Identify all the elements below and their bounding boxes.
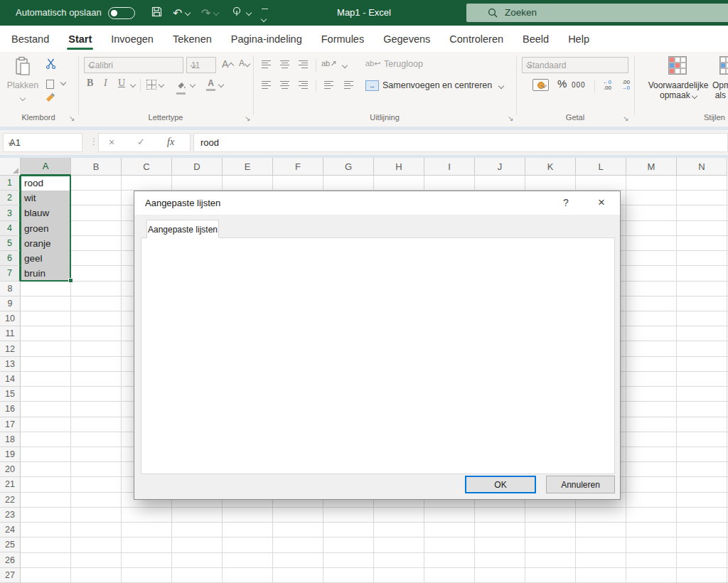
- row-header-17[interactable]: 17: [0, 417, 21, 432]
- format-as-table-icon[interactable]: [719, 56, 728, 75]
- column-header-F[interactable]: F: [273, 158, 323, 176]
- row-header-21[interactable]: 21: [0, 477, 21, 492]
- tab-bestand[interactable]: Bestand: [11, 26, 49, 52]
- font-name-select[interactable]: Calibri: [84, 57, 183, 73]
- align-left-icon[interactable]: [262, 81, 271, 89]
- row-header-7[interactable]: 7: [0, 266, 21, 281]
- column-header-L[interactable]: L: [576, 158, 626, 176]
- select-all-button[interactable]: [0, 158, 21, 176]
- column-header-J[interactable]: J: [475, 158, 525, 176]
- row-header-4[interactable]: 4: [0, 221, 21, 236]
- merge-center-icon[interactable]: ↔: [365, 80, 379, 91]
- underline-dropdown-icon[interactable]: [130, 82, 136, 87]
- insert-function-icon[interactable]: fx: [167, 137, 174, 148]
- cell-A3[interactable]: blauw: [21, 205, 70, 220]
- align-right-icon[interactable]: [299, 81, 308, 89]
- tab-help[interactable]: Help: [568, 26, 589, 52]
- cancel-button[interactable]: Annuleren: [546, 476, 615, 493]
- row-header-13[interactable]: 13: [0, 357, 21, 372]
- comma-style-button[interactable]: 000: [572, 81, 586, 89]
- decrease-decimal-icon[interactable]: .00→0: [617, 80, 630, 91]
- row-header-22[interactable]: 22: [0, 493, 21, 508]
- column-header-E[interactable]: E: [223, 158, 273, 176]
- column-header-G[interactable]: G: [323, 158, 374, 176]
- tab-aangepaste-lijsten[interactable]: Aangepaste lijsten: [146, 220, 219, 238]
- tab-tekenen[interactable]: Tekenen: [173, 26, 212, 52]
- tab-gegevens[interactable]: Gegevens: [383, 26, 430, 52]
- increase-indent-icon[interactable]: [344, 81, 353, 89]
- row-header-10[interactable]: 10: [0, 311, 21, 326]
- tab-controleren[interactable]: Controleren: [449, 26, 503, 52]
- row-header-18[interactable]: 18: [0, 432, 21, 447]
- row-header-20[interactable]: 20: [0, 462, 21, 477]
- column-header-M[interactable]: M: [626, 158, 677, 176]
- decrease-indent-icon[interactable]: [324, 81, 333, 89]
- row-header-12[interactable]: 12: [0, 341, 21, 356]
- italic-button[interactable]: I: [104, 77, 107, 89]
- row-header-2[interactable]: 2: [0, 191, 21, 205]
- alignment-dialog-launcher-icon[interactable]: ↘: [508, 114, 513, 122]
- wrap-text-label[interactable]: Terugloop: [384, 59, 423, 69]
- decrease-font-size-icon[interactable]: A: [239, 58, 250, 68]
- increase-font-size-icon[interactable]: A: [222, 58, 233, 70]
- merge-center-dropdown-icon[interactable]: [498, 83, 504, 89]
- row-header-6[interactable]: 6: [0, 251, 21, 266]
- font-color-icon[interactable]: A: [206, 78, 215, 91]
- column-header-B[interactable]: B: [71, 158, 122, 176]
- merge-center-label[interactable]: Samenvoegen en centreren: [382, 80, 492, 90]
- format-as-table-label[interactable]: Opmaken als tabel: [710, 80, 728, 100]
- underline-button[interactable]: U: [118, 77, 125, 89]
- row-header-24[interactable]: 24: [0, 523, 21, 537]
- orientation-dropdown-icon[interactable]: [342, 63, 348, 68]
- number-format-select[interactable]: Standaard: [522, 57, 628, 73]
- row-header-27[interactable]: 27: [0, 568, 21, 583]
- confirm-entry-icon[interactable]: ✓: [137, 137, 145, 147]
- row-header-5[interactable]: 5: [0, 236, 21, 251]
- close-icon[interactable]: ×: [598, 196, 605, 210]
- borders-dropdown-icon[interactable]: [159, 82, 164, 87]
- cell-A4[interactable]: groen: [21, 221, 70, 236]
- formula-input[interactable]: rood: [193, 133, 728, 152]
- conditional-formatting-icon[interactable]: [668, 56, 687, 75]
- increase-decimal-icon[interactable]: ←0.00: [599, 80, 611, 91]
- column-header-K[interactable]: K: [525, 158, 576, 176]
- cell-A2[interactable]: wit: [21, 191, 70, 205]
- tab-pagina-indeling[interactable]: Pagina-indeling: [231, 26, 302, 52]
- help-icon[interactable]: ?: [563, 197, 569, 208]
- font-size-select[interactable]: 11: [186, 57, 216, 73]
- fill-handle[interactable]: [68, 278, 73, 283]
- row-header-11[interactable]: 11: [0, 326, 21, 341]
- cell-A1[interactable]: rood: [21, 176, 70, 191]
- font-color-dropdown-icon[interactable]: [218, 82, 224, 87]
- row-header-9[interactable]: 9: [0, 296, 21, 311]
- number-dialog-launcher-icon[interactable]: ↘: [623, 114, 628, 122]
- align-top-icon[interactable]: [262, 60, 271, 68]
- fill-color-dropdown-icon[interactable]: [190, 82, 196, 87]
- row-header-14[interactable]: 14: [0, 372, 21, 387]
- format-painter-icon[interactable]: [45, 92, 55, 106]
- search-box[interactable]: Zoeken: [466, 4, 728, 22]
- tab-formules[interactable]: Formules: [321, 26, 364, 52]
- row-header-8[interactable]: 8: [0, 282, 21, 296]
- cell-A7[interactable]: bruin: [21, 266, 70, 281]
- orientation-icon[interactable]: ab↗: [321, 59, 336, 68]
- cell-A5[interactable]: oranje: [21, 236, 70, 251]
- clipboard-dialog-launcher-icon[interactable]: ↘: [69, 114, 75, 122]
- column-header-I[interactable]: I: [424, 158, 475, 176]
- column-header-A[interactable]: A: [21, 158, 71, 176]
- column-header-C[interactable]: C: [122, 158, 172, 176]
- paste-button[interactable]: Plakken: [4, 55, 41, 110]
- row-header-15[interactable]: 15: [0, 387, 21, 402]
- tab-start[interactable]: Start: [68, 26, 92, 52]
- row-header-25[interactable]: 25: [0, 537, 21, 552]
- bold-button[interactable]: B: [87, 77, 93, 89]
- name-box[interactable]: A1: [3, 133, 82, 152]
- percent-style-button[interactable]: %: [557, 77, 567, 90]
- column-header-D[interactable]: D: [172, 158, 223, 176]
- tab-invoegen[interactable]: Invoegen: [111, 26, 154, 52]
- cancel-entry-icon[interactable]: ×: [109, 137, 114, 148]
- fill-color-icon[interactable]: [176, 79, 186, 95]
- tab-beeld[interactable]: Beeld: [523, 26, 549, 52]
- align-bottom-icon[interactable]: [299, 60, 308, 68]
- row-header-16[interactable]: 16: [0, 402, 21, 417]
